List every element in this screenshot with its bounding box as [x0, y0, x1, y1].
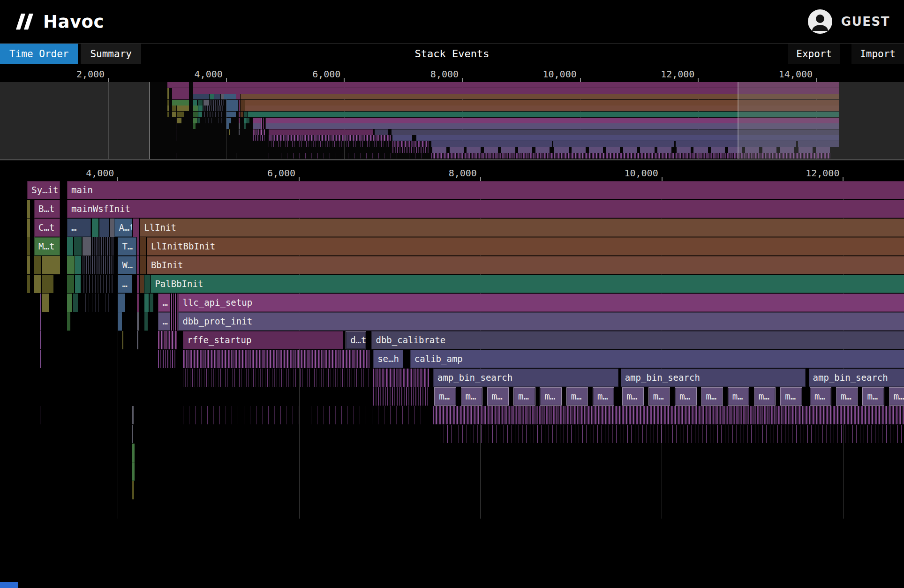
- flame-bar[interactable]: m…: [566, 387, 588, 406]
- axis-tick: [480, 177, 481, 181]
- flame-bar[interactable]: [172, 94, 189, 99]
- flame-bar[interactable]: mainWsfInit: [67, 200, 904, 218]
- flame-bar[interactable]: [167, 82, 189, 88]
- flame-activity-strip: [83, 256, 114, 274]
- flame-bar[interactable]: …: [67, 219, 91, 237]
- flame-bar[interactable]: T…: [118, 237, 136, 256]
- avatar-icon[interactable]: [807, 9, 833, 34]
- flame-bar[interactable]: d…t: [346, 331, 366, 349]
- flame-bar[interactable]: [226, 100, 239, 106]
- flame-bar[interactable]: m…: [593, 387, 614, 406]
- flame-bar[interactable]: dbb_calibrate: [371, 331, 904, 349]
- flame-bar[interactable]: calib_amp: [410, 350, 904, 368]
- flame-bar[interactable]: m…: [862, 387, 884, 406]
- flame-bar[interactable]: dbb_prot_init: [178, 312, 904, 331]
- flame-bar[interactable]: Sy…it: [27, 181, 60, 199]
- flame-bar[interactable]: PalBbInit: [151, 275, 904, 293]
- import-button[interactable]: Import: [851, 44, 904, 64]
- flame-fragment: [40, 331, 40, 349]
- flame-bar[interactable]: M…t: [34, 237, 60, 256]
- flame-fragment: [167, 112, 169, 117]
- flame-bar[interactable]: LlInit: [140, 219, 904, 237]
- flame-bar[interactable]: [253, 123, 261, 129]
- flame-bar[interactable]: main: [67, 181, 904, 199]
- flame-bar[interactable]: [640, 147, 654, 153]
- flame-bar[interactable]: [172, 88, 189, 94]
- flame-bar[interactable]: [226, 106, 239, 111]
- flame-bar[interactable]: [606, 147, 620, 153]
- flame-bar[interactable]: se…h: [373, 350, 403, 368]
- axis-tick: [226, 78, 227, 82]
- flame-graph[interactable]: Sy…itmainB…tmainWsfInitC…t…A…tLlInitM…tT…: [0, 181, 904, 519]
- flame-bar[interactable]: m…: [434, 387, 456, 406]
- flame-bar[interactable]: rffe_startup: [183, 331, 343, 349]
- flame-bar[interactable]: [467, 147, 481, 153]
- flame-bar[interactable]: [553, 141, 674, 147]
- flame-bar[interactable]: [269, 129, 373, 135]
- flame-bar[interactable]: [572, 147, 586, 153]
- flame-bar[interactable]: m…: [810, 387, 831, 406]
- flame-bar[interactable]: [535, 147, 550, 153]
- flame-bar[interactable]: [589, 147, 603, 153]
- flame-bar[interactable]: m…: [728, 387, 749, 406]
- flame-bar[interactable]: llc_api_setup: [178, 294, 904, 312]
- havoc-logo-icon: [14, 14, 36, 30]
- flame-bar[interactable]: BbInit: [147, 256, 904, 274]
- tab-time-order[interactable]: Time Order: [0, 44, 78, 64]
- flame-bar[interactable]: m…: [513, 387, 535, 406]
- flame-bar[interactable]: A…t: [114, 219, 132, 237]
- flame-bar[interactable]: m…: [675, 387, 696, 406]
- flame-bar[interactable]: amp_bin_search: [621, 369, 806, 387]
- flame-bar[interactable]: C…t: [34, 219, 60, 237]
- flame-bar[interactable]: [224, 94, 235, 99]
- flame-activity-strip: [269, 135, 390, 141]
- flame-bar[interactable]: [253, 118, 261, 123]
- export-button[interactable]: Export: [788, 44, 840, 64]
- flame-bar[interactable]: [431, 141, 552, 147]
- minimap[interactable]: [0, 82, 904, 160]
- flame-bar[interactable]: amp_bin_search: [433, 369, 618, 387]
- flame-bar[interactable]: m…: [648, 387, 670, 406]
- flame-fragment: [172, 106, 176, 111]
- flame-bar[interactable]: [501, 147, 515, 153]
- flame-bar[interactable]: [677, 147, 691, 153]
- flame-bar[interactable]: …: [158, 312, 170, 331]
- flame-bar[interactable]: W…: [118, 256, 136, 274]
- flame-bar[interactable]: B…t: [34, 200, 60, 218]
- flame-bar[interactable]: m…: [754, 387, 776, 406]
- flame-fragment: [137, 256, 139, 274]
- flame-bar[interactable]: LlInitBbInit: [147, 237, 904, 256]
- flame-bar[interactable]: [226, 112, 236, 117]
- toolbar-actions: Export Import: [776, 44, 904, 64]
- flame-bar[interactable]: [554, 147, 568, 153]
- flame-bar[interactable]: [711, 147, 725, 153]
- flame-bar[interactable]: [518, 147, 532, 153]
- flame-bar[interactable]: …: [158, 294, 170, 312]
- flame-bar[interactable]: [375, 129, 388, 135]
- user-menu[interactable]: GUEST: [807, 9, 890, 34]
- flame-bar[interactable]: [623, 147, 637, 153]
- flame-bar[interactable]: m…: [701, 387, 723, 406]
- flame-fragment: [197, 118, 200, 123]
- flame-bar[interactable]: amp_bin_search: [809, 369, 904, 387]
- flame-bar[interactable]: …: [118, 275, 132, 293]
- flame-bar[interactable]: [693, 147, 708, 153]
- flame-bar[interactable]: m…: [836, 387, 858, 406]
- flame-bar[interactable]: m…: [622, 387, 644, 406]
- flame-bar[interactable]: [484, 147, 498, 153]
- flame-bar[interactable]: m…: [487, 387, 509, 406]
- flame-bar[interactable]: [392, 135, 412, 141]
- viewport-handle-right[interactable]: [738, 82, 738, 159]
- flame-bar[interactable]: m…: [461, 387, 482, 406]
- flame-bar[interactable]: [432, 147, 446, 153]
- flame-bar[interactable]: [657, 147, 671, 153]
- flame-bar[interactable]: m…: [540, 387, 561, 406]
- flame-bar[interactable]: m…: [889, 387, 904, 406]
- axis-tick: [462, 78, 463, 82]
- flame-bar[interactable]: [193, 94, 209, 99]
- flame-bar[interactable]: [172, 100, 189, 106]
- flame-bar[interactable]: [450, 147, 464, 153]
- tab-summary[interactable]: Summary: [81, 44, 141, 64]
- flame-bar[interactable]: m…: [780, 387, 802, 406]
- viewport-handle-left[interactable]: [149, 82, 150, 159]
